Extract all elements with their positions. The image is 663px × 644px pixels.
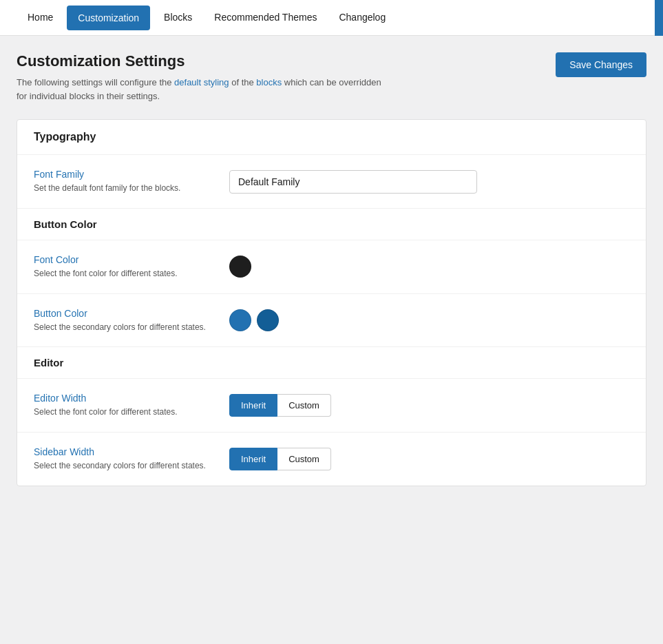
sidebar-width-inherit-btn[interactable]: Inherit	[229, 448, 277, 470]
font-family-label-col: Font Family Set the default font family …	[34, 169, 213, 194]
typography-section-header: Typography	[17, 120, 646, 155]
button-color-dot-1[interactable]	[229, 309, 251, 331]
page-header: Customization Settings The following set…	[17, 52, 646, 103]
sidebar-width-custom-btn[interactable]: Custom	[277, 448, 331, 470]
tab-home[interactable]: Home	[17, 0, 64, 36]
desc-link-blocks: blocks	[256, 77, 282, 87]
header-text: Customization Settings The following set…	[17, 52, 388, 103]
font-color-row: Font Color Select the font color for dif…	[17, 240, 646, 294]
tab-changelog[interactable]: Changelog	[328, 0, 397, 36]
sidebar-width-label: Sidebar Width	[34, 446, 213, 457]
button-color-desc: Select the secondary colors for differen…	[34, 322, 213, 333]
font-color-label-col: Font Color Select the font color for dif…	[34, 254, 213, 280]
font-color-dot[interactable]	[229, 256, 251, 278]
editor-width-inherit-btn[interactable]: Inherit	[229, 394, 277, 417]
desc-text-2: of the	[229, 77, 257, 87]
sidebar-width-row: Sidebar Width Select the secondary color…	[17, 433, 646, 486]
page-title: Customization Settings	[17, 52, 388, 70]
editor-width-custom-btn[interactable]: Custom	[277, 394, 331, 417]
font-color-control	[229, 254, 629, 278]
page-description: The following settings will configure th…	[17, 76, 388, 103]
font-family-desc: Set the default font family for the bloc…	[34, 183, 213, 194]
tab-recommended-themes[interactable]: Recommended Themes	[203, 0, 328, 36]
button-color-label-col: Button Color Select the secondary colors…	[34, 308, 213, 333]
editor-width-label-col: Editor Width Select the font color for d…	[34, 393, 213, 418]
editor-width-control: Inherit Custom	[229, 393, 629, 417]
font-color-label: Font Color	[34, 254, 213, 265]
font-family-label: Font Family	[34, 169, 213, 180]
button-color-control	[229, 308, 629, 331]
button-color-dot-2[interactable]	[257, 309, 279, 331]
sidebar-width-label-col: Sidebar Width Select the secondary color…	[34, 446, 213, 472]
desc-text-1: The following settings will configure th…	[17, 77, 174, 87]
tab-customization[interactable]: Customization	[67, 6, 150, 30]
top-navigation: Home Customization Blocks Recommended Th…	[0, 0, 663, 36]
save-changes-button[interactable]: Save Changes	[556, 52, 646, 77]
button-color-label: Button Color	[34, 308, 213, 319]
editor-width-label: Editor Width	[34, 393, 213, 404]
sidebar-width-toggle-group: Inherit Custom	[229, 448, 331, 470]
font-color-desc: Select the font color for different stat…	[34, 268, 213, 280]
editor-width-desc: Select the font color for different stat…	[34, 406, 213, 418]
font-family-row: Font Family Set the default font family …	[17, 155, 646, 209]
editor-section-header: Editor	[17, 347, 646, 379]
desc-link-default-styling: default styling	[174, 77, 229, 87]
editor-width-row: Editor Width Select the font color for d…	[17, 379, 646, 433]
editor-width-toggle-group: Inherit Custom	[229, 394, 331, 417]
button-color-row: Button Color Select the secondary colors…	[17, 294, 646, 348]
settings-panel: Typography Font Family Set the default f…	[17, 119, 646, 486]
sidebar-width-control: Inherit Custom	[229, 446, 629, 470]
sidebar-width-desc: Select the secondary colors for differen…	[34, 460, 213, 472]
tab-blocks[interactable]: Blocks	[153, 0, 203, 36]
button-color-section-header: Button Color	[17, 209, 646, 240]
font-family-input[interactable]	[229, 170, 477, 194]
font-family-control	[229, 169, 629, 194]
